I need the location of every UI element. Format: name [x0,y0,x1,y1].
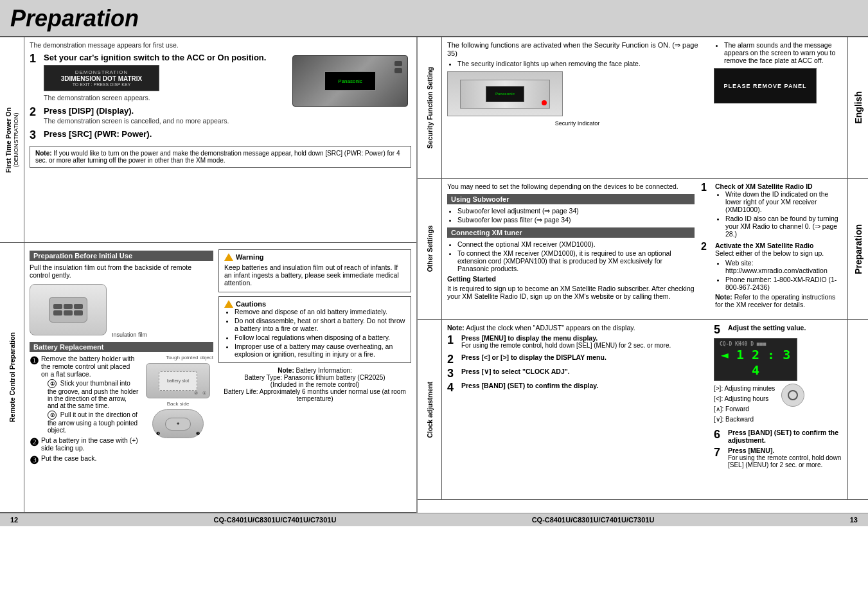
rc-sidebar: Remote Control Preparation [0,243,24,512]
clock-step6-content: Press [BAND] (SET) to confirm the adjust… [728,429,842,444]
security-screen-text: Panasonic [495,92,515,96]
security-right-bullets: The alarm sounds and the message appears… [714,41,842,64]
demo-line1: DEMONSTRATION [51,69,152,75]
warning-title: Warning [224,253,405,261]
step1-desc: The demonstration screen appears. [44,94,278,102]
caution-label: Cautions [236,300,266,308]
other-intro: You may need to set the following depend… [447,182,695,190]
rc-section: Remote Control Preparation Preparation B… [0,243,416,513]
clock-step7-title: Press [MENU]. [728,447,774,454]
xm-step2-content: Activate the XM Satellite Radio Select e… [715,242,842,310]
security-section: Security Function Setting The following … [418,37,868,179]
battery-sub2: ② Pull it out in the direction of the ar… [48,411,139,434]
getting-started-text: It is required to sign up to become an X… [447,285,695,300]
security-screen: Panasonic [486,86,524,102]
clock-note-label: Note: [447,324,465,332]
clock-right: 5 Adjust the setting value. CQ-D KH40 D … [714,324,842,473]
remove-panel-text: PLEASE REMOVE PANEL [724,83,807,89]
step1-title: Set your car's ignition switch to the AC… [44,53,266,62]
xm-step1: 1 Check of XM Satellite Radio ID Write d… [701,182,842,239]
warning-text: Keep batteries and insulation film out o… [224,263,405,287]
clock-step3-title: Press [∨] to select "CLOCK ADJ". [461,368,570,375]
ftp-intro: The demonstration message appears for fi… [30,41,411,49]
battery-diagrams: Tough pointed object battery slot ① ② Ba… [143,355,213,469]
clock-step1-desc: For using the remote control, hold down … [461,342,671,349]
clock-step5-title: Adjust the setting value. [728,324,806,332]
clock-content: Note: Adjust the clock when "ADJUST" app… [442,320,847,499]
sw-bullet1: Subwoofer level adjustment (⇒ page 34) [457,207,695,215]
caution-list: Remove and dispose of an old battery imm… [224,308,405,358]
left-panel: First Time Power On(DEMONSTRATION) The d… [0,37,418,513]
getting-started-title: Getting Started [447,275,695,283]
footer-right-page: 13 [850,516,858,524]
security-left: The following functions are activated wh… [447,41,707,127]
note-text: If you would like to turn on the power a… [35,150,400,164]
remote-diagram [30,284,107,335]
clock-step4: 4 Press [BAND] (SET) to confirm the disp… [447,382,707,393]
security-device-img: Panasonic [460,80,550,109]
security-sidebar-label: Security Function Setting [426,67,434,148]
step1-num: 1 [30,53,44,103]
footer-right-model: CQ-C8401U/C8301U/C7401U/C7301U [532,516,655,524]
control-knob-icon [781,384,804,407]
demo-line3: TO EXIT : PRESS DISP KEY [51,82,152,87]
ftp-inner: 1 Set your car's ignition switch to the … [30,53,411,143]
xm-bullet3: Web site: http://www.xmradio.com/activat… [725,259,842,274]
battery-step2-text: Put a battery in the case with (+) side … [41,436,139,452]
tough-obj-label: Tough pointed object [166,355,213,360]
insulation-label: Insulation film [112,332,147,338]
caution-item-1: Remove and dispose of an old battery imm… [235,308,405,315]
clock-legend-left: [>]: Adjusting minutes [<]: Adjusting ho… [714,384,775,425]
clock-step2-num: 2 [447,353,461,365]
caution-item-2: Do not disassemble, heat or short a batt… [235,317,405,332]
battery-step3: ❸ Put the case back. [30,454,139,466]
sub1-num: ① [48,379,57,388]
warning-label: Warning [236,253,264,261]
clock-step3-content: Press [∨] to select "CLOCK ADJ". [461,368,570,379]
english-label: English [847,37,868,178]
xm-step1-num: 1 [701,182,715,239]
circle-3: ❸ [156,431,160,436]
cautions-box: Cautions Remove and dispose of an old ba… [218,296,411,363]
clock-step6-num: 6 [714,429,728,444]
step2: 2 Press [DISP] (Display). The demonstrat… [30,106,283,127]
note2-life: Battery Life: Approximately 6 months und… [224,388,405,402]
battery-step2-num: ❷ [30,436,41,452]
xm-step2: 2 Activate the XM Satellite Radio Select… [701,242,842,310]
battery-step1-num: ❶ [30,355,41,434]
page-wrapper: Preparation First Time Power On(DEMONSTR… [0,0,868,526]
clock-step5-content: Adjust the setting value. [728,324,806,335]
clock-legend: [>]: Adjusting minutes [<]: Adjusting ho… [714,384,842,425]
connecting-bullets: Connect the optional XM receiver (XMD100… [447,240,695,272]
clock-step7-desc: For using the remote control, hold down … [728,454,842,468]
remote-buttons [53,304,83,315]
step3-content: Press [SRC] (PWR: Power). [44,129,278,141]
prep-initial-desc: Pull the insulation film out from the ba… [30,263,213,279]
english-text: English [853,91,864,124]
remove-panel-img: PLEASE REMOVE PANEL [714,68,817,103]
connecting-title: Connecting XM tuner [447,227,695,238]
security-indicator-light [542,100,547,105]
prep-initial-title: Preparation Before Initial Use [30,251,213,261]
clock-note-text: Adjust the clock when "ADJUST" appears o… [466,324,635,332]
rc-content: Preparation Before Initial Use Pull the … [24,243,416,512]
clock-step3-num: 3 [447,368,461,379]
battery-sub-steps: ① Stick your thumbnail into the groove, … [41,379,139,434]
ftp-text-col: 1 Set your car's ignition switch to the … [30,53,283,143]
prep-label: Preparation [847,179,868,319]
prep-text: Preparation [853,224,864,274]
ftp-note-box: Note: If you would like to turn on the p… [30,146,411,168]
right-panel-inner: Security Function Setting The following … [418,37,868,500]
clock-step4-num: 4 [447,382,461,393]
clock-step7-num: 7 [714,447,728,470]
header: Preparation [0,0,868,37]
clock-step5-num: 5 [714,324,728,335]
xm-step2-num: 2 [701,242,715,310]
xm-step1-content: Check of XM Satellite Radio ID Write dow… [715,182,842,239]
clock-time-display: ◄ 1 2 : 3 4 [720,347,792,378]
note2-included: (Included in the remote control) [270,381,359,388]
other-sidebar-label: Other Settings [426,226,434,272]
ftp-section: First Time Power On(DEMONSTRATION) The d… [0,37,416,243]
right-three-rows: Security Function Setting The following … [418,37,868,500]
security-img: Panasonic [447,71,563,116]
